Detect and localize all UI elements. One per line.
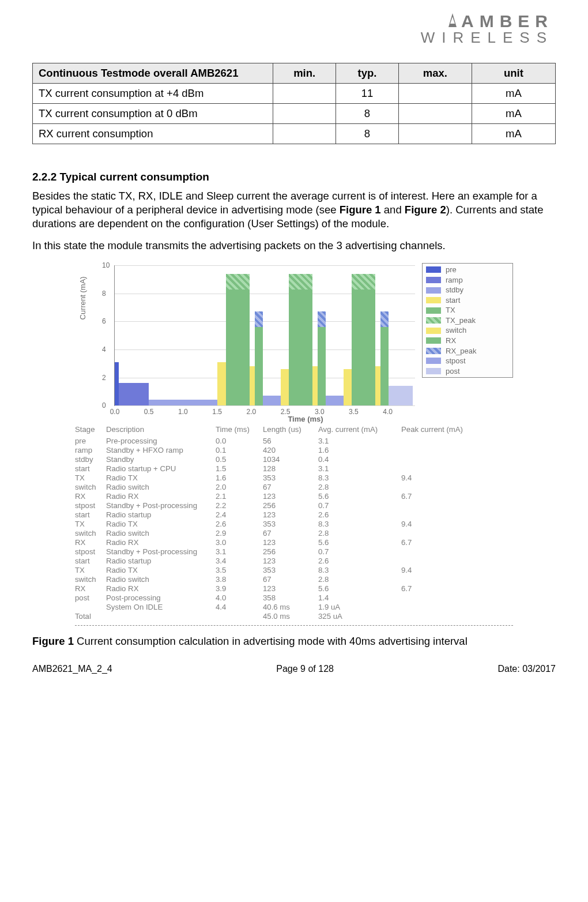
figure-2-ref: Figure 2 — [405, 204, 446, 216]
chart-bar — [226, 290, 250, 406]
stage-row: rampStandby + HFXO ramp0.14201.6 — [75, 445, 513, 454]
y-tick: 4 — [102, 345, 106, 354]
stage-row: stpostStandby + Post-processing2.22560.7 — [75, 501, 513, 510]
x-tick: 0.0 — [110, 408, 120, 416]
table-row: TX current consumption at 0 dBm8mA — [33, 104, 556, 124]
chart-bar — [149, 400, 217, 405]
stage-row: switchRadio switch3.8672.8 — [75, 574, 513, 584]
x-tick: 4.0 — [383, 408, 393, 416]
chart-bar — [375, 366, 380, 405]
chart-bar — [255, 311, 263, 327]
chart-bar — [344, 369, 352, 405]
legend-item: post — [426, 366, 509, 377]
chart-bar — [352, 274, 375, 290]
stage-row: startRadio startup2.41232.6 — [75, 510, 513, 519]
footer-date: Date: 03/2017 — [497, 664, 556, 674]
table-row: RX current consumption8mA — [33, 124, 556, 144]
current-chart: Current (mA) 02468100.00.51.01.52.02.53.… — [98, 261, 513, 422]
section-paragraph-1: Besides the static TX, RX, IDLE and Slee… — [32, 189, 556, 231]
chart-bar — [115, 362, 119, 405]
section-heading: 2.2.2 Typical current consumption — [32, 171, 556, 183]
page-footer: AMB2621_MA_2_4 Page 9 of 128 Date: 03/20… — [32, 664, 556, 674]
chart-bar — [318, 311, 326, 327]
chart-bar — [217, 362, 226, 405]
spec-title: Continuous Testmode overall AMB2621 — [33, 63, 273, 84]
y-tick: 8 — [102, 290, 106, 298]
x-tick: 1.0 — [178, 408, 188, 416]
x-tick: 2.0 — [246, 408, 256, 416]
legend-item: RX — [426, 336, 509, 346]
legend-item: ramp — [426, 275, 509, 285]
stage-row: RXRadio RX2.11235.66.7 — [75, 491, 513, 501]
col-min: min. — [273, 63, 336, 84]
stage-row: RXRadio RX3.01235.66.7 — [75, 538, 513, 547]
section-paragraph-2: In this state the module transmits the a… — [32, 239, 556, 253]
legend-swatch-icon — [426, 368, 441, 374]
stage-row: TXRadio TX3.53538.39.4 — [75, 565, 513, 574]
logo-text-top: AMBER — [461, 12, 553, 31]
stage-table: StageDescriptionTime (ms)Length (us)Avg.… — [75, 424, 513, 621]
chart-bar — [289, 290, 312, 406]
x-tick: 1.5 — [212, 408, 222, 416]
stage-row: Total45.0 ms325 uA — [75, 611, 513, 621]
col-unit: unit — [472, 63, 555, 84]
col-max: max. — [398, 63, 472, 84]
y-tick: 0 — [102, 401, 106, 409]
legend-swatch-icon — [426, 317, 441, 324]
legend-swatch-icon — [426, 287, 441, 294]
chart-legend: prerampstdbystartTXTX_peakswitchRXRX_pea… — [422, 263, 513, 378]
spec-table: Continuous Testmode overall AMB2621 min.… — [32, 63, 556, 144]
y-tick: 10 — [102, 261, 110, 269]
legend-swatch-icon — [426, 297, 441, 303]
legend-swatch-icon — [426, 358, 441, 364]
x-axis-label: Time (ms) — [288, 415, 323, 423]
legend-swatch-icon — [426, 277, 441, 283]
legend-swatch-icon — [426, 307, 441, 314]
legend-item: stpost — [426, 356, 509, 366]
stage-row: TXRadio TX2.63538.39.4 — [75, 519, 513, 528]
chart-bar — [318, 327, 326, 405]
x-tick: 0.5 — [144, 408, 154, 416]
legend-swatch-icon — [426, 337, 441, 344]
legend-item: start — [426, 295, 509, 306]
chart-bar — [352, 290, 375, 406]
chart-bar — [380, 311, 389, 327]
y-tick: 2 — [102, 374, 106, 382]
figure-1: Current (mA) 02468100.00.51.01.52.02.53.… — [75, 261, 513, 626]
chart-bar — [312, 366, 317, 405]
legend-item: pre — [426, 265, 509, 275]
legend-swatch-icon — [426, 348, 441, 354]
stage-row: TXRadio TX1.63538.39.4 — [75, 473, 513, 482]
stage-row: startRadio startup + CPU1.51283.1 — [75, 464, 513, 473]
stage-row: startRadio startup3.41232.6 — [75, 556, 513, 565]
chart-bar — [255, 327, 263, 405]
brand-logo: AMBER WIRELESS — [32, 12, 556, 47]
figure-1-caption: Figure 1 Current consumption calculation… — [32, 635, 556, 648]
logo-mark-icon — [448, 13, 457, 27]
chart-bar — [380, 327, 389, 405]
chart-bar — [326, 396, 344, 405]
chart-bar — [250, 366, 254, 405]
x-tick: 3.5 — [349, 408, 359, 416]
logo-text-bottom: WIRELESS — [32, 29, 553, 47]
figure-1-ref: Figure 1 — [340, 204, 381, 216]
y-tick: 6 — [102, 317, 106, 325]
stage-row: postPost-processing4.03581.4 — [75, 593, 513, 602]
stage-row: switchRadio switch2.0672.8 — [75, 482, 513, 491]
stage-row: prePre-processing0.0563.1 — [75, 436, 513, 445]
legend-item: switch — [426, 325, 509, 336]
stage-row: System On IDLE4.440.6 ms1.9 uA — [75, 602, 513, 611]
chart-bar — [289, 274, 312, 290]
legend-swatch-icon — [426, 266, 441, 273]
stage-table-header: StageDescriptionTime (ms)Length (us)Avg.… — [75, 424, 513, 436]
chart-bar — [226, 274, 250, 290]
chart-bar — [263, 396, 281, 405]
table-header-row: Continuous Testmode overall AMB2621 min.… — [33, 63, 556, 84]
legend-item: TX_peak — [426, 315, 509, 326]
stage-row: stdbyStandby0.510340.4 — [75, 454, 513, 464]
stage-row: switchRadio switch2.9672.8 — [75, 528, 513, 538]
stage-row: stpostStandby + Post-processing3.12560.7 — [75, 547, 513, 556]
table-row: TX current consumption at +4 dBm11mA — [33, 84, 556, 104]
y-axis-label: Current (mA) — [78, 277, 87, 320]
legend-item: RX_peak — [426, 346, 509, 356]
